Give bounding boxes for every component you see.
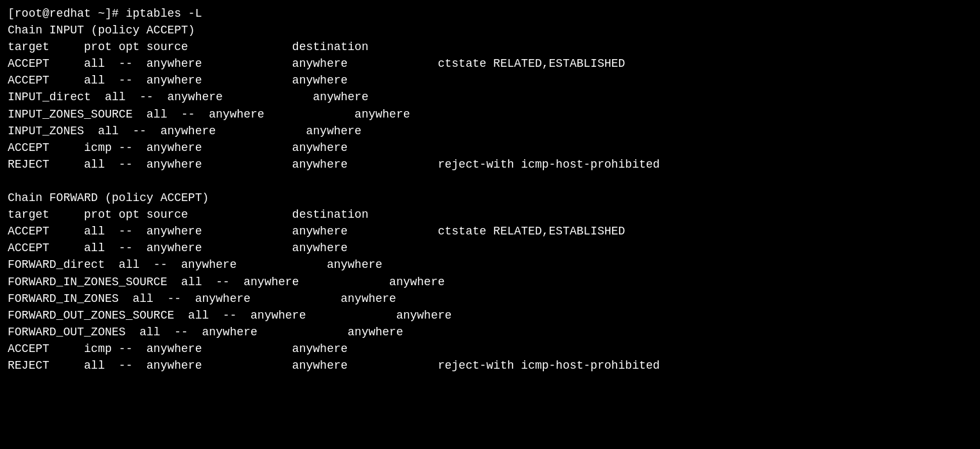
terminal-output: [root@redhat ~]# iptables -L Chain INPUT… bbox=[8, 5, 972, 374]
